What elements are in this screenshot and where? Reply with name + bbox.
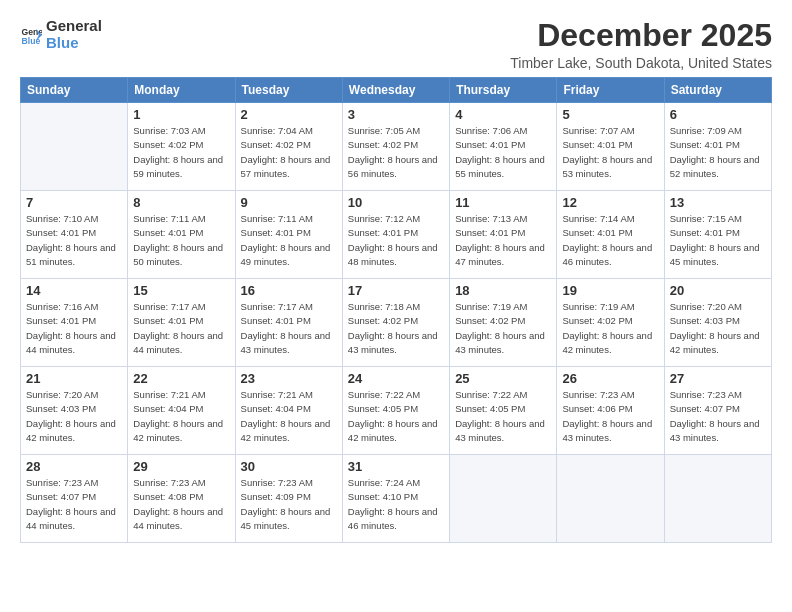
day-info: Sunrise: 7:21 AMSunset: 4:04 PMDaylight:… xyxy=(241,388,337,445)
day-info: Sunrise: 7:11 AMSunset: 4:01 PMDaylight:… xyxy=(241,212,337,269)
day-info: Sunrise: 7:22 AMSunset: 4:05 PMDaylight:… xyxy=(348,388,444,445)
calendar-cell: 25Sunrise: 7:22 AMSunset: 4:05 PMDayligh… xyxy=(450,367,557,455)
logo-general: General xyxy=(46,18,102,35)
day-info: Sunrise: 7:03 AMSunset: 4:02 PMDaylight:… xyxy=(133,124,229,181)
calendar-cell: 22Sunrise: 7:21 AMSunset: 4:04 PMDayligh… xyxy=(128,367,235,455)
day-number: 30 xyxy=(241,459,337,474)
day-info: Sunrise: 7:23 AMSunset: 4:08 PMDaylight:… xyxy=(133,476,229,533)
location-title: Timber Lake, South Dakota, United States xyxy=(510,55,772,71)
calendar-cell: 9Sunrise: 7:11 AMSunset: 4:01 PMDaylight… xyxy=(235,191,342,279)
calendar-cell: 15Sunrise: 7:17 AMSunset: 4:01 PMDayligh… xyxy=(128,279,235,367)
day-number: 25 xyxy=(455,371,551,386)
day-number: 21 xyxy=(26,371,122,386)
day-info: Sunrise: 7:05 AMSunset: 4:02 PMDaylight:… xyxy=(348,124,444,181)
week-row-1: 1Sunrise: 7:03 AMSunset: 4:02 PMDaylight… xyxy=(21,103,772,191)
day-number: 5 xyxy=(562,107,658,122)
day-number: 9 xyxy=(241,195,337,210)
calendar-cell: 21Sunrise: 7:20 AMSunset: 4:03 PMDayligh… xyxy=(21,367,128,455)
calendar-cell xyxy=(664,455,771,543)
day-number: 20 xyxy=(670,283,766,298)
day-info: Sunrise: 7:16 AMSunset: 4:01 PMDaylight:… xyxy=(26,300,122,357)
weekday-header-wednesday: Wednesday xyxy=(342,78,449,103)
calendar-cell: 13Sunrise: 7:15 AMSunset: 4:01 PMDayligh… xyxy=(664,191,771,279)
day-number: 26 xyxy=(562,371,658,386)
calendar-cell: 17Sunrise: 7:18 AMSunset: 4:02 PMDayligh… xyxy=(342,279,449,367)
day-info: Sunrise: 7:14 AMSunset: 4:01 PMDaylight:… xyxy=(562,212,658,269)
day-number: 4 xyxy=(455,107,551,122)
week-row-4: 21Sunrise: 7:20 AMSunset: 4:03 PMDayligh… xyxy=(21,367,772,455)
weekday-header-row: SundayMondayTuesdayWednesdayThursdayFrid… xyxy=(21,78,772,103)
calendar-cell: 20Sunrise: 7:20 AMSunset: 4:03 PMDayligh… xyxy=(664,279,771,367)
day-number: 27 xyxy=(670,371,766,386)
day-info: Sunrise: 7:18 AMSunset: 4:02 PMDaylight:… xyxy=(348,300,444,357)
day-info: Sunrise: 7:23 AMSunset: 4:07 PMDaylight:… xyxy=(26,476,122,533)
day-number: 1 xyxy=(133,107,229,122)
weekday-header-monday: Monday xyxy=(128,78,235,103)
calendar-cell: 26Sunrise: 7:23 AMSunset: 4:06 PMDayligh… xyxy=(557,367,664,455)
calendar-cell: 2Sunrise: 7:04 AMSunset: 4:02 PMDaylight… xyxy=(235,103,342,191)
calendar-cell: 28Sunrise: 7:23 AMSunset: 4:07 PMDayligh… xyxy=(21,455,128,543)
day-info: Sunrise: 7:07 AMSunset: 4:01 PMDaylight:… xyxy=(562,124,658,181)
day-info: Sunrise: 7:24 AMSunset: 4:10 PMDaylight:… xyxy=(348,476,444,533)
day-number: 17 xyxy=(348,283,444,298)
day-info: Sunrise: 7:22 AMSunset: 4:05 PMDaylight:… xyxy=(455,388,551,445)
day-number: 13 xyxy=(670,195,766,210)
day-number: 10 xyxy=(348,195,444,210)
calendar-cell: 5Sunrise: 7:07 AMSunset: 4:01 PMDaylight… xyxy=(557,103,664,191)
calendar-table: SundayMondayTuesdayWednesdayThursdayFrid… xyxy=(20,77,772,543)
weekday-header-tuesday: Tuesday xyxy=(235,78,342,103)
day-info: Sunrise: 7:23 AMSunset: 4:07 PMDaylight:… xyxy=(670,388,766,445)
day-info: Sunrise: 7:20 AMSunset: 4:03 PMDaylight:… xyxy=(26,388,122,445)
calendar-cell xyxy=(21,103,128,191)
day-number: 15 xyxy=(133,283,229,298)
calendar-cell: 3Sunrise: 7:05 AMSunset: 4:02 PMDaylight… xyxy=(342,103,449,191)
day-number: 16 xyxy=(241,283,337,298)
day-number: 29 xyxy=(133,459,229,474)
day-number: 23 xyxy=(241,371,337,386)
weekday-header-sunday: Sunday xyxy=(21,78,128,103)
week-row-5: 28Sunrise: 7:23 AMSunset: 4:07 PMDayligh… xyxy=(21,455,772,543)
day-info: Sunrise: 7:10 AMSunset: 4:01 PMDaylight:… xyxy=(26,212,122,269)
calendar-cell: 18Sunrise: 7:19 AMSunset: 4:02 PMDayligh… xyxy=(450,279,557,367)
page: General Blue General Blue December 2025 … xyxy=(0,0,792,612)
day-info: Sunrise: 7:19 AMSunset: 4:02 PMDaylight:… xyxy=(562,300,658,357)
day-info: Sunrise: 7:13 AMSunset: 4:01 PMDaylight:… xyxy=(455,212,551,269)
day-info: Sunrise: 7:20 AMSunset: 4:03 PMDaylight:… xyxy=(670,300,766,357)
logo: General Blue General Blue xyxy=(20,18,102,51)
calendar-cell: 6Sunrise: 7:09 AMSunset: 4:01 PMDaylight… xyxy=(664,103,771,191)
day-info: Sunrise: 7:15 AMSunset: 4:01 PMDaylight:… xyxy=(670,212,766,269)
day-info: Sunrise: 7:12 AMSunset: 4:01 PMDaylight:… xyxy=(348,212,444,269)
day-info: Sunrise: 7:17 AMSunset: 4:01 PMDaylight:… xyxy=(133,300,229,357)
day-number: 19 xyxy=(562,283,658,298)
day-number: 8 xyxy=(133,195,229,210)
day-info: Sunrise: 7:19 AMSunset: 4:02 PMDaylight:… xyxy=(455,300,551,357)
day-number: 31 xyxy=(348,459,444,474)
day-info: Sunrise: 7:21 AMSunset: 4:04 PMDaylight:… xyxy=(133,388,229,445)
weekday-header-friday: Friday xyxy=(557,78,664,103)
calendar-cell: 27Sunrise: 7:23 AMSunset: 4:07 PMDayligh… xyxy=(664,367,771,455)
weekday-header-thursday: Thursday xyxy=(450,78,557,103)
month-title: December 2025 xyxy=(510,18,772,53)
day-number: 28 xyxy=(26,459,122,474)
weekday-header-saturday: Saturday xyxy=(664,78,771,103)
week-row-2: 7Sunrise: 7:10 AMSunset: 4:01 PMDaylight… xyxy=(21,191,772,279)
week-row-3: 14Sunrise: 7:16 AMSunset: 4:01 PMDayligh… xyxy=(21,279,772,367)
calendar-cell xyxy=(557,455,664,543)
calendar-cell: 23Sunrise: 7:21 AMSunset: 4:04 PMDayligh… xyxy=(235,367,342,455)
day-number: 12 xyxy=(562,195,658,210)
calendar-cell: 30Sunrise: 7:23 AMSunset: 4:09 PMDayligh… xyxy=(235,455,342,543)
day-info: Sunrise: 7:17 AMSunset: 4:01 PMDaylight:… xyxy=(241,300,337,357)
calendar-cell: 19Sunrise: 7:19 AMSunset: 4:02 PMDayligh… xyxy=(557,279,664,367)
day-number: 18 xyxy=(455,283,551,298)
calendar-cell: 16Sunrise: 7:17 AMSunset: 4:01 PMDayligh… xyxy=(235,279,342,367)
calendar-cell: 7Sunrise: 7:10 AMSunset: 4:01 PMDaylight… xyxy=(21,191,128,279)
logo-icon: General Blue xyxy=(20,24,42,46)
calendar-cell: 29Sunrise: 7:23 AMSunset: 4:08 PMDayligh… xyxy=(128,455,235,543)
day-number: 6 xyxy=(670,107,766,122)
day-number: 7 xyxy=(26,195,122,210)
day-info: Sunrise: 7:23 AMSunset: 4:06 PMDaylight:… xyxy=(562,388,658,445)
day-number: 11 xyxy=(455,195,551,210)
title-area: December 2025 Timber Lake, South Dakota,… xyxy=(510,18,772,71)
day-info: Sunrise: 7:11 AMSunset: 4:01 PMDaylight:… xyxy=(133,212,229,269)
calendar-cell: 4Sunrise: 7:06 AMSunset: 4:01 PMDaylight… xyxy=(450,103,557,191)
